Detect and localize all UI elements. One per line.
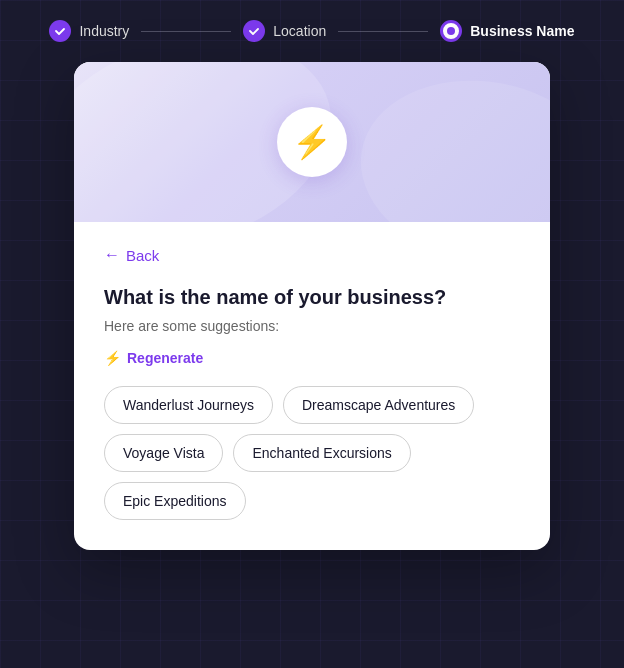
step-location-icon [243, 20, 265, 42]
chips-container: Wanderlust Journeys Dreamscape Adventure… [104, 386, 520, 520]
chip-dreamscape[interactable]: Dreamscape Adventures [283, 386, 474, 424]
chip-wanderlust[interactable]: Wanderlust Journeys [104, 386, 273, 424]
step-business-name-icon [440, 20, 462, 42]
back-label: Back [126, 247, 159, 264]
suggestions-label: Here are some suggestions: [104, 318, 520, 334]
step-line-2 [338, 31, 428, 32]
regenerate-icon: ⚡ [104, 350, 121, 366]
progress-stepper: Industry Location Business Name [0, 0, 624, 62]
step-location: Location [243, 20, 326, 42]
chip-epic[interactable]: Epic Expeditions [104, 482, 246, 520]
back-link[interactable]: ← Back [104, 246, 520, 264]
step-industry-icon [49, 20, 71, 42]
step-business-name: Business Name [440, 20, 574, 42]
main-card: ⚡ ← Back What is the name of your busine… [74, 62, 550, 550]
lightning-circle: ⚡ [277, 107, 347, 177]
card-body: ← Back What is the name of your business… [74, 222, 550, 550]
question-title: What is the name of your business? [104, 284, 520, 310]
step-industry-label: Industry [79, 23, 129, 39]
chip-voyage[interactable]: Voyage Vista [104, 434, 223, 472]
back-arrow-icon: ← [104, 246, 120, 264]
chip-enchanted[interactable]: Enchanted Excursions [233, 434, 410, 472]
regenerate-label: Regenerate [127, 350, 203, 366]
step-location-label: Location [273, 23, 326, 39]
step-line-1 [141, 31, 231, 32]
lightning-icon: ⚡ [292, 123, 332, 161]
step-industry: Industry [49, 20, 129, 42]
step-business-name-label: Business Name [470, 23, 574, 39]
card-header: ⚡ [74, 62, 550, 222]
regenerate-button[interactable]: ⚡ Regenerate [104, 350, 203, 366]
